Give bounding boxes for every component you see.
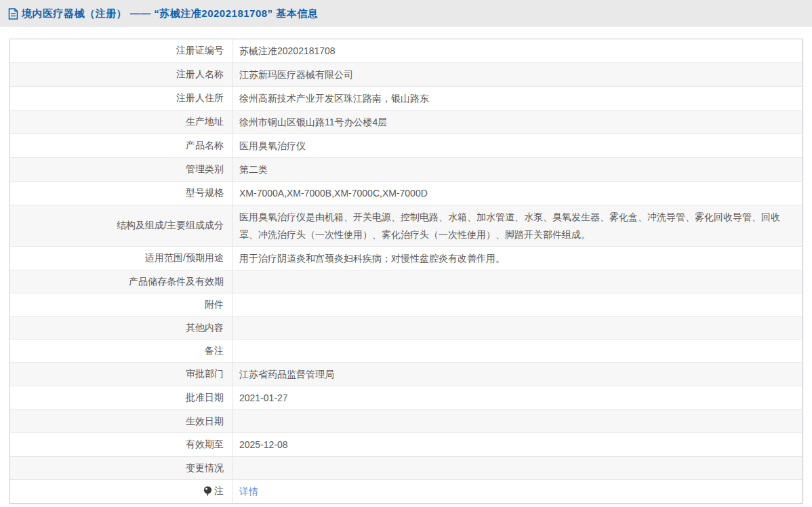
table-row-note: 注 详情 (10, 479, 802, 503)
table-row: 注册证编号 苏械注准20202181708 (10, 39, 802, 62)
table-row: 生效日期 (10, 409, 802, 432)
detail-link[interactable]: 详情 (239, 483, 258, 500)
table-row: 产品储存条件及有效期 (10, 270, 802, 293)
row-value: 江苏新玛医疗器械有限公司 (232, 63, 802, 86)
table-row: 适用范围/预期用途 用于治疗阴道炎和宫颈炎妇科疾病；对慢性盆腔炎有改善作用。 (10, 246, 802, 270)
table-row: 生产地址 徐州市铜山区银山路11号办公楼4层 (10, 110, 802, 134)
row-value (232, 340, 802, 362)
row-label: 管理类别 (10, 158, 232, 181)
row-label: 批准日期 (10, 386, 232, 409)
registration-info-table: 注册证编号 苏械注准20202181708 注册人名称 江苏新玛医疗器械有限公司… (9, 39, 803, 504)
row-label: 产品名称 (10, 134, 232, 157)
table-row: 注册人住所 徐州高新技术产业开发区珠江路南，银山路东 (10, 86, 802, 110)
table-row: 附件 (10, 293, 802, 316)
row-label: 备注 (10, 340, 232, 362)
row-value: 2025-12-08 (232, 433, 802, 456)
table-row: 型号规格 XM-7000A,XM-7000B,XM-7000C,XM-7000D (10, 181, 802, 205)
row-value (232, 457, 802, 479)
row-label: 审批部门 (10, 363, 232, 386)
table-row: 备注 (10, 339, 802, 362)
row-value (232, 293, 802, 316)
row-label: 生产地址 (10, 110, 232, 134)
row-value: 用于治疗阴道炎和宫颈炎妇科疾病；对慢性盆腔炎有改善作用。 (232, 247, 802, 270)
row-value (232, 317, 802, 339)
row-value: 第二类 (232, 158, 802, 181)
row-label: 变更情况 (10, 457, 232, 479)
row-label: 注册证编号 (10, 39, 232, 62)
row-value: 苏械注准20202181708 (232, 39, 802, 62)
row-label: 有效期至 (10, 433, 232, 456)
row-label: 生效日期 (10, 410, 232, 432)
row-value: 徐州市铜山区银山路11号办公楼4层 (232, 110, 802, 134)
row-value: 江苏省药品监督管理局 (232, 363, 802, 386)
table-row: 审批部门 江苏省药品监督管理局 (10, 362, 802, 386)
table-row: 批准日期 2021-01-27 (10, 386, 802, 409)
row-label: 附件 (10, 293, 232, 316)
page-header: 境内医疗器械（注册） —— “苏械注准20202181708” 基本信息 (0, 0, 812, 27)
page-title: 境内医疗器械（注册） —— “苏械注准20202181708” 基本信息 (22, 7, 318, 20)
row-label: 其他内容 (10, 317, 232, 339)
row-value: 医用臭氧治疗仪 (232, 134, 802, 157)
row-label-note: 注 (10, 480, 232, 503)
row-label: 型号规格 (10, 182, 232, 205)
row-label: 结构及组成/主要组成成分 (10, 205, 232, 246)
table-row: 结构及组成/主要组成成分 医用臭氧治疗仪是由机箱、开关电源、控制电路、水箱、加水… (10, 205, 802, 246)
table-row: 有效期至 2025-12-08 (10, 432, 802, 456)
table-row: 管理类别 第二类 (10, 157, 802, 181)
note-icon (203, 486, 212, 497)
table-row: 注册人名称 江苏新玛医疗器械有限公司 (10, 62, 802, 86)
row-value (232, 410, 802, 432)
document-icon (8, 8, 18, 20)
table-row: 变更情况 (10, 456, 802, 479)
row-value (232, 270, 802, 293)
row-label: 注册人名称 (10, 63, 232, 86)
row-label: 注册人住所 (10, 87, 232, 110)
table-row: 其他内容 (10, 316, 802, 339)
row-value: 医用臭氧治疗仪是由机箱、开关电源、控制电路、水箱、加水管道、水泵、臭氧发生器、雾… (232, 205, 802, 246)
row-label: 适用范围/预期用途 (10, 247, 232, 270)
row-label: 产品储存条件及有效期 (10, 270, 232, 293)
table-row: 产品名称 医用臭氧治疗仪 (10, 134, 802, 157)
row-value-note: 详情 (232, 480, 802, 503)
row-value: 2021-01-27 (232, 386, 802, 409)
row-label-text: 注 (214, 485, 224, 498)
row-value: XM-7000A,XM-7000B,XM-7000C,XM-7000D (232, 182, 802, 205)
row-value: 徐州高新技术产业开发区珠江路南，银山路东 (232, 87, 802, 110)
content-area: 注册证编号 苏械注准20202181708 注册人名称 江苏新玛医疗器械有限公司… (0, 27, 812, 504)
